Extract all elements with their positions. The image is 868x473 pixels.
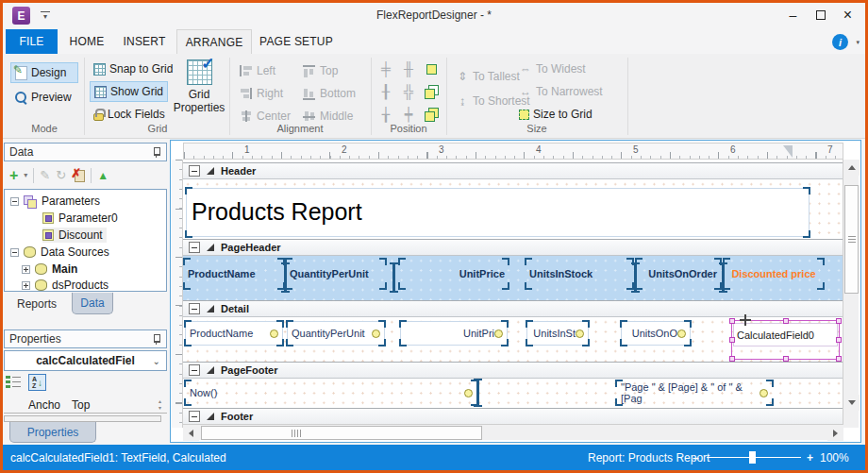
design-button[interactable]: Design [10, 62, 78, 83]
tab-file[interactable]: FILE [6, 29, 58, 54]
scroll-right-button[interactable] [827, 425, 843, 441]
tab-data[interactable]: Data [72, 293, 113, 314]
report-canvas[interactable]: Header Products Report PageHeader Produc… [183, 160, 843, 428]
section-bar-header[interactable]: Header [183, 162, 843, 179]
zoom-slider-thumb[interactable] [749, 451, 756, 464]
pagefooter-field-page-expression[interactable]: "Page " & [Page] & " of " & [Pag [616, 380, 773, 405]
pageheader-field-unitprice[interactable]: UnitPrice [400, 260, 508, 288]
object-selector-dropdown[interactable]: calcCalculatedFiel ⌄ [4, 350, 167, 371]
info-icon[interactable]: i [832, 34, 848, 50]
tab-home[interactable]: HOME [62, 29, 111, 54]
position-button-7[interactable]: ╁ [376, 105, 395, 124]
detail-field-quantityperunit[interactable]: QuantityPerUnit [287, 321, 385, 346]
move-up-icon[interactable]: ▲ [97, 169, 108, 182]
detail-field-productname[interactable]: ProductName [185, 321, 283, 346]
resize-handle[interactable] [729, 337, 735, 343]
align-right-button[interactable]: Right [235, 83, 287, 104]
pageheader-field-unitsonorder[interactable]: UnitsOnOrder [637, 260, 720, 288]
calculatedfield0-selection[interactable]: CalculatedField0 [731, 320, 840, 360]
preview-button[interactable]: Preview [10, 87, 78, 108]
section-bar-pageheader[interactable]: PageHeader [183, 239, 843, 256]
pin-icon[interactable] [152, 334, 161, 345]
collapse-box-icon[interactable] [189, 303, 200, 314]
horizontal-scroll-thumb[interactable] [201, 426, 482, 440]
pageheader-field-productname[interactable]: ProductName [185, 260, 283, 288]
vertical-scroll-thumb[interactable] [844, 185, 859, 294]
tree-item-dsproducts[interactable]: dsProducts [22, 278, 108, 292]
zoom-in-button[interactable]: + [807, 451, 813, 465]
detail-field-calculatedfield0[interactable]: CalculatedField0 [733, 323, 838, 346]
section-bar-footer[interactable]: Footer [183, 408, 843, 425]
spinner-icon[interactable]: ▴▾ [159, 398, 161, 412]
pageheader-section-content[interactable]: ProductName QuantityPerUnit UnitPrice Un… [183, 256, 843, 300]
collapse-box-icon[interactable] [189, 165, 200, 177]
position-button-4[interactable]: ╂ [376, 82, 395, 101]
to-tallest-button[interactable]: ⇕ To Tallest [452, 66, 524, 87]
pin-icon[interactable] [152, 147, 161, 158]
to-widest-button[interactable]: ⇔ To Widest [515, 59, 590, 79]
pagefooter-field-now[interactable]: Now() [185, 380, 477, 405]
scroll-down-button[interactable] [843, 395, 860, 411]
align-left-button[interactable]: Left [235, 60, 279, 81]
collapse-expander-icon[interactable] [10, 248, 19, 257]
tree-item-data-sources[interactable]: Data Sources [10, 245, 109, 260]
tree-item-parameters[interactable]: Parameters [10, 194, 100, 209]
scroll-left-button[interactable] [183, 425, 199, 441]
collapse-box-icon[interactable] [189, 364, 200, 376]
tab-reports[interactable]: Reports [8, 295, 66, 313]
section-bar-pagefooter[interactable]: PageFooter [183, 362, 843, 379]
minimize-button[interactable]: – [779, 3, 807, 27]
tab-page-setup[interactable]: PAGE SETUP [256, 29, 337, 54]
align-bottom-button[interactable]: Bottom [298, 83, 359, 104]
collapse-box-icon[interactable] [189, 242, 200, 253]
vertical-scrollbar[interactable] [843, 160, 859, 428]
delete-icon[interactable] [72, 169, 85, 182]
position-button-6[interactable] [422, 82, 441, 101]
resize-handle[interactable] [836, 318, 842, 324]
grid-properties-button[interactable]: Grid Properties [173, 59, 225, 114]
header-section-content[interactable]: Products Report [183, 179, 843, 239]
horizontal-scrollbar[interactable] [183, 424, 843, 440]
detail-field-unitprice[interactable]: UnitPri [400, 321, 508, 346]
to-narrowest-button[interactable]: ↔ To Narrowest [515, 81, 607, 102]
lock-fields-button[interactable]: Lock Fields [90, 104, 169, 125]
tree-item-parameter0[interactable]: Parameter0 [42, 211, 118, 226]
position-button-1[interactable]: ╪ [376, 59, 395, 78]
resize-handle[interactable] [729, 318, 735, 324]
categorized-view-button[interactable] [6, 375, 21, 391]
collapse-expander-icon[interactable] [10, 197, 19, 206]
alphabetical-sort-button[interactable]: AZ↓ [28, 374, 46, 391]
tab-properties[interactable]: Properties [9, 422, 96, 443]
edit-pencil-icon[interactable]: ✎ [40, 168, 50, 182]
close-button[interactable]: × [834, 3, 861, 27]
pageheader-field-unitsinstock[interactable]: UnitsInStock [526, 260, 632, 288]
property-grid-scrollbar[interactable] [4, 415, 161, 422]
detail-field-unitsonorder[interactable]: UnitsOnO [621, 321, 691, 346]
add-dropdown-icon[interactable]: ▾ [24, 171, 27, 179]
size-to-grid-button[interactable]: Size to Grid [515, 104, 596, 125]
pageheader-field-discounted-price[interactable]: Discounted price [725, 260, 823, 288]
pageheader-field-quantityperunit[interactable]: QuantityPerUnit [287, 260, 385, 288]
property-grid-row[interactable]: Ancho Top ▴▾ [4, 397, 167, 414]
header-title-field[interactable]: Products Report [186, 188, 810, 237]
resize-handle[interactable] [836, 337, 842, 343]
tab-insert[interactable]: INSERT [116, 29, 173, 54]
move-cursor-icon[interactable] [740, 314, 751, 326]
tree-item-discount[interactable]: Discount [42, 228, 107, 243]
refresh-icon[interactable]: ↻ [56, 168, 66, 182]
position-button-9[interactable] [422, 105, 441, 124]
detail-section-content[interactable]: ProductName QuantityPerUnit UnitPri Unit… [183, 317, 843, 363]
resize-handle[interactable] [783, 318, 789, 324]
info-dropdown-icon[interactable]: ▾ [856, 39, 860, 46]
snap-to-grid-button[interactable]: Snap to Grid [90, 59, 176, 79]
show-grid-button[interactable]: Show Grid [90, 81, 168, 102]
tree-item-main[interactable]: Main [22, 262, 77, 277]
add-icon[interactable]: + [9, 169, 18, 182]
tab-arrange[interactable]: ARRANGE [176, 29, 252, 54]
position-button-5[interactable]: ╬ [399, 82, 418, 101]
scroll-up-button[interactable] [843, 160, 860, 176]
expand-expander-icon[interactable] [22, 265, 30, 274]
position-button-3[interactable] [422, 59, 441, 78]
pagefooter-section-content[interactable]: Now() "Page " & [Page] & " of " & [Pag [183, 379, 843, 408]
expand-expander-icon[interactable] [22, 281, 30, 290]
